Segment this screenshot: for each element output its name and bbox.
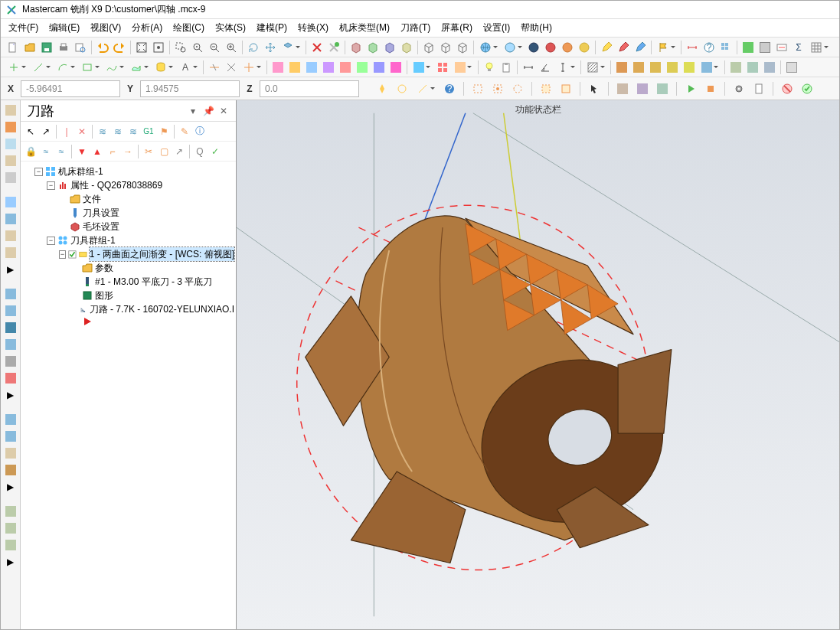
zoom-out-icon[interactable] xyxy=(207,40,222,55)
rail-icon[interactable] xyxy=(4,354,18,368)
ptb-right-icon[interactable]: → xyxy=(121,145,135,158)
run-icon[interactable] xyxy=(683,81,698,96)
sel2-icon[interactable] xyxy=(490,81,505,96)
rail-icon[interactable] xyxy=(4,304,18,318)
sel4-icon[interactable] xyxy=(538,81,554,96)
menu-edit[interactable]: 编辑(E) xyxy=(49,21,80,34)
dim-ang-icon[interactable] xyxy=(538,60,553,75)
zoom-in-icon[interactable] xyxy=(224,40,239,55)
run2-icon[interactable] xyxy=(703,81,718,96)
ptb-info-icon[interactable]: ⓘ xyxy=(193,125,207,139)
xform2-dd-icon[interactable] xyxy=(452,60,475,75)
menu-draw[interactable]: 绘图(C) xyxy=(173,21,204,34)
ptb-q-icon[interactable]: Q xyxy=(193,145,207,158)
solid-b-icon[interactable] xyxy=(631,60,646,75)
globe-dd-icon[interactable] xyxy=(477,40,500,55)
tp3-icon[interactable] xyxy=(304,60,319,75)
tree-toolsetup[interactable]: 刀具设置 xyxy=(59,206,234,220)
ptb-arrow-icon[interactable]: ↖ xyxy=(24,125,38,139)
sel1-icon[interactable] xyxy=(470,81,485,96)
rail-icon[interactable] xyxy=(4,171,18,184)
cube-c-icon[interactable] xyxy=(762,60,777,75)
ptb-scissors-icon[interactable]: ✂ xyxy=(142,145,155,158)
menu-help[interactable]: 帮助(H) xyxy=(521,21,552,34)
tree-op[interactable]: − 1 - 两曲面之间渐变 - [WCS: 俯视图] xyxy=(59,247,234,261)
check-icon[interactable] xyxy=(799,81,815,96)
sphere-dark-icon[interactable] xyxy=(526,40,541,55)
menu-machine[interactable]: 机床类型(M) xyxy=(339,21,390,34)
rail-icon[interactable] xyxy=(4,154,18,168)
z-input[interactable] xyxy=(260,80,359,97)
ptb-tool2-icon[interactable]: ✕ xyxy=(75,125,89,139)
menu-solid[interactable]: 实体(S) xyxy=(215,21,246,34)
undo-icon[interactable] xyxy=(95,40,110,55)
delete-icon[interactable] xyxy=(309,40,325,55)
sigma-icon[interactable]: Σ xyxy=(791,40,806,55)
repaint-icon[interactable] xyxy=(151,40,166,55)
rail-icon[interactable] xyxy=(4,287,18,301)
rail-icon[interactable] xyxy=(4,229,18,243)
tp6-icon[interactable] xyxy=(355,60,370,75)
collapse-icon[interactable]: − xyxy=(47,237,55,245)
cube-a-icon[interactable] xyxy=(728,60,744,75)
new-file-icon[interactable] xyxy=(5,40,21,55)
dim-h-icon[interactable] xyxy=(521,60,536,75)
hatch-dd-icon[interactable] xyxy=(584,60,607,75)
gear-icon[interactable] xyxy=(731,81,747,96)
solid-cube4-icon[interactable] xyxy=(399,40,414,55)
help-icon[interactable]: ? xyxy=(701,40,717,55)
tree-root[interactable]: − 机床群组-1 xyxy=(34,165,234,178)
rail-icon[interactable] xyxy=(4,212,18,226)
menu-toolpath[interactable]: 刀路(T) xyxy=(400,21,430,34)
rail-icon[interactable] xyxy=(4,521,18,535)
rail-icon[interactable] xyxy=(4,137,18,151)
tree-file[interactable]: 文件 xyxy=(59,192,234,206)
rail-chevron-right-icon[interactable]: ▶ xyxy=(4,555,18,569)
zoom-target-icon[interactable] xyxy=(190,40,205,55)
menu-analyze[interactable]: 分析(A) xyxy=(132,21,162,34)
sphere-orange-icon[interactable] xyxy=(560,40,575,55)
tp2-icon[interactable] xyxy=(287,60,302,75)
cube-b-icon[interactable] xyxy=(745,60,760,75)
grid9-icon[interactable] xyxy=(718,40,734,55)
panel-pin-icon[interactable]: 📌 xyxy=(202,105,214,117)
ptb-wave3-icon[interactable]: ≋ xyxy=(126,125,140,139)
rail-icon[interactable] xyxy=(4,103,18,117)
snap-dd-icon[interactable] xyxy=(414,81,437,96)
ptb-wave-icon[interactable]: ≈ xyxy=(54,145,68,158)
no-entry-icon[interactable] xyxy=(780,81,795,96)
solid-c-icon[interactable] xyxy=(648,60,663,75)
clipboard-icon[interactable] xyxy=(498,60,514,75)
ptb-up-icon[interactable]: ▲ xyxy=(90,145,104,158)
sel5-icon[interactable] xyxy=(558,81,574,96)
lamp-icon[interactable] xyxy=(482,60,497,75)
solid-d-icon[interactable] xyxy=(665,60,680,75)
arc-dd-icon[interactable] xyxy=(54,60,77,75)
misc3-icon[interactable] xyxy=(774,40,789,55)
collapse-icon[interactable]: − xyxy=(59,250,66,259)
sel3-icon[interactable] xyxy=(510,81,525,96)
pan-icon[interactable] xyxy=(263,40,278,55)
panel-dropdown-icon[interactable]: ▾ xyxy=(187,105,199,117)
snap2-icon[interactable] xyxy=(394,81,410,96)
rail-icon[interactable] xyxy=(4,246,18,260)
tree-toolgroup[interactable]: − 刀具群组-1 xyxy=(47,233,234,247)
rail-icon[interactable] xyxy=(4,413,18,426)
arrow-icon[interactable] xyxy=(587,81,602,96)
panel-close-icon[interactable]: ✕ xyxy=(217,105,230,117)
menu-view[interactable]: 视图(V) xyxy=(90,21,121,34)
trim2-icon[interactable] xyxy=(224,60,239,75)
redo-icon[interactable] xyxy=(112,40,127,55)
pencil-yellow-icon[interactable] xyxy=(599,40,614,55)
menu-file[interactable]: 文件(F) xyxy=(8,21,38,34)
ptb-corner-icon[interactable]: ⌐ xyxy=(106,145,119,158)
wire-cube1-icon[interactable] xyxy=(421,40,436,55)
rail-icon[interactable] xyxy=(4,504,18,518)
pencil-blue-icon[interactable] xyxy=(632,40,648,55)
cube-y-icon[interactable] xyxy=(635,81,650,96)
rotate-icon[interactable] xyxy=(246,40,261,55)
ptb-check-icon[interactable]: ✓ xyxy=(208,145,222,158)
rail-icon[interactable] xyxy=(4,463,18,477)
rail-icon[interactable] xyxy=(4,120,18,134)
viewport-3d[interactable]: 功能状态栏 xyxy=(237,100,839,629)
